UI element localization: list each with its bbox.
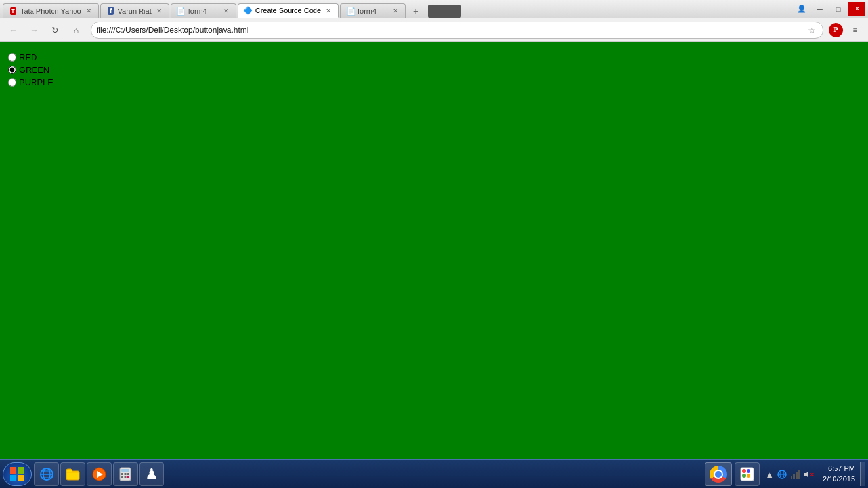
system-tray: ▲ ✕ [761, 469, 817, 479]
tab-label-create: Create Source Code [255, 7, 321, 14]
chrome-icon [710, 466, 727, 483]
tab-favicon-form4-2: 📄 [346, 7, 355, 16]
tray-network-icon[interactable] [790, 469, 800, 479]
bookmark-star-icon[interactable]: ☆ [806, 25, 817, 35]
tab-close-create[interactable]: ✕ [324, 6, 333, 15]
radio-purple-label: PURPLE [19, 77, 53, 87]
radio-red-label: RED [19, 52, 37, 62]
calculator-icon [118, 466, 133, 482]
home-button[interactable]: ⌂ [67, 22, 85, 39]
svg-rect-3 [18, 475, 24, 481]
tab-form4-2[interactable]: 📄 form4 ✕ [340, 3, 406, 18]
windows-logo-icon [9, 466, 25, 482]
tab-strip: T Tata Photon Yahoo ✕ f Varun Riat ✕ 📄 f… [3, 0, 793, 18]
taskbar-chess[interactable]: ♟ [139, 462, 164, 486]
svg-point-21 [747, 469, 750, 473]
tab-create-source[interactable]: 🔷 Create Source Code ✕ [238, 3, 339, 18]
media-player-icon [91, 466, 107, 482]
svg-text:✕: ✕ [810, 472, 814, 478]
clock-time: 6:57 PM [828, 464, 855, 474]
tab-close-form4-2[interactable]: ✕ [391, 7, 400, 16]
window-controls: 👤 ─ □ ✕ [793, 2, 865, 16]
svg-point-23 [747, 474, 750, 478]
svg-rect-1 [18, 467, 24, 474]
forward-button[interactable]: → [25, 22, 43, 39]
tab-favicon-form4-1: 📄 [177, 7, 186, 16]
radio-purple-input[interactable] [8, 78, 16, 87]
svg-rect-0 [10, 467, 16, 474]
taskbar-apps: ♟ [34, 462, 703, 486]
tab-close-varun[interactable]: ✕ [154, 7, 163, 16]
tab-form4-1[interactable]: 📄 form4 ✕ [171, 3, 236, 18]
navigation-toolbar: ← → ↻ ⌂ ☆ P ≡ [0, 18, 868, 42]
tray-ie-icon[interactable] [777, 469, 787, 479]
radio-green-label: GREEN [19, 65, 49, 75]
tab-label-varun: Varun Riat [118, 7, 152, 15]
minimize-button[interactable]: ─ [812, 2, 829, 16]
svg-rect-18 [127, 476, 129, 478]
browser-window: T Tata Photon Yahoo ✕ f Varun Riat ✕ 📄 f… [0, 0, 868, 488]
clock-date: 2/10/2015 [823, 474, 855, 484]
radio-group: RED GREEN PURPLE [8, 51, 53, 89]
webpage-content: RED GREEN PURPLE [0, 42, 868, 459]
svg-rect-29 [796, 472, 798, 479]
address-bar[interactable] [97, 26, 806, 35]
taskbar-paint[interactable] [735, 462, 760, 486]
tab-label-tata: Tata Photon Yahoo [20, 7, 81, 15]
tray-volume-icon[interactable]: ✕ [803, 469, 814, 479]
paint-icon [739, 466, 755, 482]
screenshot-area [428, 5, 461, 18]
radio-green-input[interactable] [8, 66, 16, 74]
svg-rect-28 [793, 474, 795, 479]
radio-red[interactable]: RED [8, 51, 53, 64]
back-button[interactable]: ← [4, 22, 22, 39]
tab-close-tata[interactable]: ✕ [84, 7, 93, 16]
start-button[interactable] [3, 462, 32, 486]
maximize-button[interactable]: □ [830, 2, 847, 16]
chess-icon: ♟ [145, 466, 158, 483]
svg-rect-17 [125, 476, 127, 478]
svg-point-20 [742, 469, 746, 473]
tray-arrow-icon[interactable]: ▲ [765, 469, 774, 479]
chrome-menu-button[interactable]: ≡ [846, 22, 864, 39]
taskbar: ♟ ▲ [0, 459, 868, 488]
folder-icon [65, 466, 81, 482]
svg-rect-15 [127, 473, 129, 475]
close-button[interactable]: ✕ [848, 2, 865, 16]
taskbar-file-explorer[interactable] [60, 462, 85, 486]
radio-purple[interactable]: PURPLE [8, 76, 53, 89]
title-bar: T Tata Photon Yahoo ✕ f Varun Riat ✕ 📄 f… [0, 0, 868, 18]
reload-button[interactable]: ↻ [46, 22, 64, 39]
new-tab-button[interactable]: + [408, 5, 423, 18]
taskbar-calculator[interactable] [113, 462, 138, 486]
tab-label-form4-2: form4 [358, 7, 388, 15]
svg-rect-13 [121, 473, 123, 475]
tab-close-form4-1[interactable]: ✕ [221, 7, 230, 16]
svg-rect-2 [10, 475, 16, 481]
ie-icon [39, 466, 54, 482]
taskbar-ie[interactable] [34, 462, 59, 486]
pinterest-icon[interactable]: P [829, 23, 843, 37]
tab-varun[interactable]: f Varun Riat ✕ [100, 3, 169, 18]
svg-rect-16 [121, 476, 123, 478]
svg-rect-14 [125, 473, 127, 475]
show-desktop-button[interactable] [860, 462, 865, 486]
tab-favicon-tata: T [9, 7, 18, 16]
svg-rect-30 [798, 470, 800, 479]
svg-rect-12 [121, 469, 129, 472]
taskbar-media-player[interactable] [87, 462, 112, 486]
tab-favicon-create: 🔷 [244, 6, 253, 15]
svg-rect-27 [791, 476, 792, 479]
address-bar-container[interactable]: ☆ [91, 22, 823, 39]
tab-label-form4-1: form4 [188, 7, 219, 15]
radio-red-input[interactable] [8, 53, 16, 62]
svg-point-22 [742, 474, 746, 478]
radio-green[interactable]: GREEN [8, 64, 53, 76]
taskbar-clock[interactable]: 6:57 PM 2/10/2015 [819, 464, 859, 484]
tab-tata-photon[interactable]: T Tata Photon Yahoo ✕ [3, 3, 99, 18]
tab-favicon-fb: f [106, 7, 116, 16]
user-icon-button[interactable]: 👤 [793, 2, 810, 16]
taskbar-chrome[interactable] [705, 462, 732, 486]
